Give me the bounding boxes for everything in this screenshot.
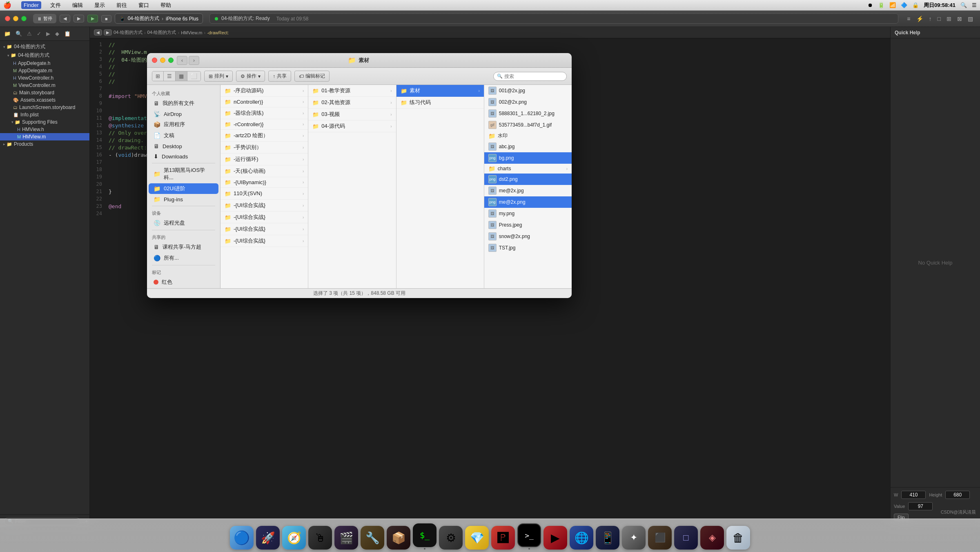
finder-forward-button[interactable]: › — [189, 56, 199, 65]
dock-item-app2[interactable]: ⬛ — [648, 526, 672, 550]
file-abc[interactable]: 🖼 abc.jpg — [484, 141, 572, 152]
wifi-icon[interactable]: 📶 — [889, 2, 896, 8]
pause-button[interactable]: ⏸ 暂停 — [33, 14, 56, 23]
apple-menu-icon[interactable]: 🍎 — [3, 1, 11, 9]
tree-item-products[interactable]: ▸ 📁 Products — [0, 140, 89, 148]
tag-button[interactable]: 🏷 编辑标记 — [294, 71, 330, 82]
sidebar-item-airdrop[interactable]: 📡 AirDrop — [149, 109, 218, 119]
dock-item-browser[interactable]: 🌐 — [570, 526, 593, 550]
editor-mode-assistant[interactable]: ⊞ — [944, 14, 953, 23]
nav-tool-test[interactable]: ✓ — [35, 30, 43, 38]
sidebar-item-applications[interactable]: 📦 应用程序 — [149, 119, 218, 130]
screen-record-icon[interactable]: ⏺ — [868, 2, 873, 8]
file-me2xpng[interactable]: png me@2x.png — [484, 196, 572, 208]
p2-item-2[interactable]: 📁 02-其他资源 › — [308, 97, 396, 109]
dock-item-app-red[interactable]: 🅿 — [491, 526, 515, 550]
dock-item-finder[interactable]: 🔵 — [230, 526, 254, 550]
p2-item-4[interactable]: 📁 04-源代码 › — [308, 120, 396, 132]
nav-tool-breakpoint[interactable]: ◆ — [53, 30, 61, 38]
file-menu[interactable]: 文件 — [48, 1, 63, 10]
breadcrumb-forward[interactable]: ▶ — [104, 29, 112, 36]
tree-item-viewcontrollerh[interactable]: H ViewController.h — [0, 74, 89, 82]
breadcrumb-method[interactable]: -drawRect: — [207, 30, 229, 35]
list-item-3[interactable]: 📁 -器综合演练) › — [220, 107, 308, 119]
file-snow[interactable]: 🖼 snow@2x.png — [484, 231, 572, 242]
file-001[interactable]: 🖼 001@2x.jpg — [484, 85, 572, 96]
sidebar-item-desktop[interactable]: 🖥 Desktop — [149, 141, 218, 151]
stop-button[interactable]: ■ — [101, 15, 111, 22]
help-menu[interactable]: 帮助 — [158, 1, 174, 10]
share-icon[interactable]: ↑ — [927, 14, 934, 23]
sidebar-item-plugins[interactable]: 📁 Plug-ins — [149, 194, 218, 204]
nav-back-button[interactable]: ◀ — [60, 15, 70, 22]
action-button[interactable]: ⚙ 操作 ▾ — [236, 71, 265, 82]
tree-item-appdelegateh[interactable]: H AppDelegate.h — [0, 60, 89, 67]
edit-menu[interactable]: 编辑 — [70, 1, 85, 10]
dock-item-launchpad[interactable]: 🚀 — [256, 526, 280, 550]
close-button[interactable] — [5, 16, 10, 21]
finder-menu[interactable]: Finder — [21, 1, 41, 9]
breadcrumb-project[interactable]: 04-绘图的方式 — [114, 29, 143, 36]
finder-search-bar[interactable]: 🔍 — [493, 72, 567, 81]
dock-item-trash[interactable]: 🗑 — [726, 526, 750, 550]
tree-item-infoplist[interactable]: 📋 Info.plist — [0, 111, 89, 118]
list-item-6[interactable]: 📁 -手势识别） › — [220, 142, 308, 154]
list-item-5[interactable]: 📁 -artz2D 绘图） › — [220, 130, 308, 142]
file-mypng[interactable]: 🖼 my.png — [484, 208, 572, 219]
lock-icon[interactable]: 🔒 — [912, 2, 919, 8]
value-input[interactable] — [908, 502, 933, 510]
sidebar-item-shared-mac[interactable]: 🖥 课程共享-马方超 — [149, 242, 218, 252]
file-5888[interactable]: 🖼 5888301_1...62180_2.jpg — [484, 108, 572, 119]
nav-tool-folder[interactable]: 📁 — [2, 30, 12, 38]
tree-item-group[interactable]: ▾ 📁 04-绘图的方式 — [0, 51, 89, 60]
list-item-1[interactable]: 📁 -序启动源码) › — [220, 85, 308, 97]
file-tst[interactable]: 🖼 TST.jpg — [484, 242, 572, 254]
editor-mode-standard[interactable]: □ — [935, 14, 943, 23]
dock-item-terminal[interactable]: $_ — [413, 523, 437, 550]
nav-tool-debug[interactable]: ▶ — [45, 30, 52, 38]
control-icon[interactable]: ☰ — [972, 2, 977, 8]
list-item-2[interactable]: 📁 nController)} › — [220, 97, 308, 107]
p3-item-practice[interactable]: 📁 练习代码 — [396, 97, 484, 109]
fullscreen-button[interactable] — [21, 16, 27, 21]
breadcrumb-group[interactable]: 04-绘图的方式 — [147, 29, 176, 36]
dock-item-terminal2[interactable]: >_ — [517, 523, 541, 550]
file-me2xjpg[interactable]: 🖼 me@2x.jpg — [484, 185, 572, 196]
run-button[interactable]: ▶ — [87, 15, 98, 22]
list-item-8[interactable]: 📁 -天(核心动画) › — [220, 165, 308, 177]
dock-item-app3[interactable]: □ — [674, 526, 698, 550]
window-menu[interactable]: 窗口 — [136, 1, 151, 10]
inspector-toggle[interactable]: ▧ — [966, 14, 975, 23]
navigator-toggle[interactable]: ≡ — [905, 14, 912, 23]
file-charts[interactable]: 📁 charts › — [484, 164, 572, 174]
dock-item-safari[interactable]: 🧭 — [282, 526, 306, 550]
tree-item-launchscreen[interactable]: 🗂 LaunchScreen.storyboard — [0, 104, 89, 111]
dock-item-mouse[interactable]: 🖱 — [308, 526, 332, 550]
breadcrumb-file[interactable]: HMView.m — [181, 30, 202, 35]
list-item-4[interactable]: 📁 -rController)} › — [220, 119, 308, 130]
tree-item-root[interactable]: ▾ 📁 04-绘图的方式 — [0, 42, 89, 51]
share-button[interactable]: ↑ 共享 — [268, 71, 291, 82]
arrange-button[interactable]: ⊞ 排列 ▾ — [204, 71, 233, 82]
tree-item-appdelegatem[interactable]: M AppDelegate.m — [0, 67, 89, 74]
file-watermark[interactable]: 📁 水印 — [484, 131, 572, 141]
sidebar-item-all[interactable]: 🔵 所有... — [149, 253, 218, 263]
p2-item-3[interactable]: 📁 03-视频 › — [308, 109, 396, 120]
coverflow-view-button[interactable]: ⬜ — [187, 71, 200, 81]
tree-item-supporting[interactable]: ▾ 📁 Supporting Files — [0, 118, 89, 126]
icon-view-button[interactable]: ⊞ — [152, 71, 164, 81]
sidebar-item-allfiles[interactable]: 🖥 我的所有文件 — [149, 98, 218, 109]
tree-item-assets[interactable]: 🎨 Assets.xcassets — [0, 96, 89, 104]
dock-item-app4[interactable]: ◈ — [700, 526, 724, 550]
dock-item-sketch[interactable]: 💎 — [465, 526, 489, 550]
file-press[interactable]: 🖼 Press.jpeg — [484, 219, 572, 231]
file-002[interactable]: 🖼 002@2x.png — [484, 96, 572, 108]
finder-fullscreen-button[interactable] — [168, 58, 174, 63]
dock-item-video[interactable]: ▶ — [543, 526, 567, 550]
list-item-11[interactable]: 📁 -{UI综合实战} › — [220, 200, 308, 211]
debug-toggle[interactable]: ⚡ — [914, 14, 925, 23]
dock-item-movie[interactable]: 🎬 — [334, 526, 358, 550]
tree-item-hmviewh[interactable]: H HMView.h — [0, 126, 89, 133]
sidebar-item-13period[interactable]: 📁 第13期黑马iOS学科... — [149, 165, 218, 183]
dock-item-phone[interactable]: 📱 — [596, 526, 619, 550]
